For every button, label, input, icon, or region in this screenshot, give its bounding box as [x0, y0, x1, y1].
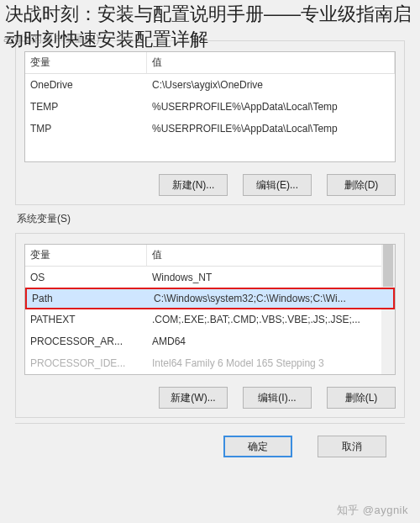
new-system-var-button[interactable]: 新建(W)...	[159, 387, 228, 409]
delete-system-var-button[interactable]: 删除(L)	[327, 387, 396, 409]
list-item[interactable]: OneDrive C:\Users\aygix\OneDrive	[25, 74, 395, 96]
edit-user-var-button[interactable]: 编辑(E)...	[243, 174, 312, 196]
list-item[interactable]: TEMP %USERPROFILE%\AppData\Local\Temp	[25, 96, 395, 118]
list-item[interactable]: TMP %USERPROFILE%\AppData\Local\Temp	[25, 118, 395, 140]
ok-button[interactable]: 确定	[223, 436, 292, 457]
scrollbar-thumb[interactable]	[383, 245, 393, 287]
system-vars-header: 变量 值	[25, 245, 395, 267]
user-vars-group: 变量 值 OneDrive C:\Users\aygix\OneDrive TE…	[15, 40, 405, 205]
user-vars-buttons: 新建(N)... 编辑(E)... 删除(D)	[24, 174, 396, 196]
scrollbar[interactable]	[381, 245, 395, 374]
col-header-value[interactable]: 值	[147, 245, 395, 266]
list-item[interactable]: PATHEXT .COM;.EXE;.BAT;.CMD;.VBS;.VBE;.J…	[25, 309, 395, 330]
page-title: 决战时刻：安装与配置说明手册——专业级指南启动时刻快速安装配置详解	[0, 0, 420, 56]
system-vars-label: 系统变量(S)	[17, 212, 413, 226]
env-vars-dialog: 变量 值 OneDrive C:\Users\aygix\OneDrive TE…	[7, 34, 413, 515]
system-vars-list[interactable]: 变量 值 OS Windows_NT Path C:\Windows\syste…	[24, 244, 396, 375]
system-vars-buttons: 新建(W)... 编辑(I)... 删除(L)	[24, 387, 396, 409]
dialog-button-row: 确定 取消	[15, 423, 405, 469]
list-item-empty	[25, 140, 395, 161]
list-item[interactable]: OS Windows_NT	[25, 267, 395, 288]
new-user-var-button[interactable]: 新建(N)...	[159, 174, 228, 196]
edit-system-var-button[interactable]: 编辑(I)...	[243, 387, 312, 409]
delete-user-var-button[interactable]: 删除(D)	[327, 174, 396, 196]
cancel-button[interactable]: 取消	[318, 436, 386, 457]
watermark: 知乎 @aygnik	[337, 503, 408, 518]
col-header-variable[interactable]: 变量	[25, 245, 147, 266]
user-vars-list[interactable]: 变量 值 OneDrive C:\Users\aygix\OneDrive TE…	[24, 51, 396, 162]
list-item[interactable]: PROCESSOR_AR... AMD64	[25, 330, 395, 352]
list-item[interactable]: PROCESSOR_IDE... Intel64 Family 6 Model …	[25, 352, 395, 374]
list-item-path[interactable]: Path C:\Windows\system32;C:\Windows;C:\W…	[25, 288, 395, 309]
system-vars-group: 变量 值 OS Windows_NT Path C:\Windows\syste…	[15, 233, 405, 418]
